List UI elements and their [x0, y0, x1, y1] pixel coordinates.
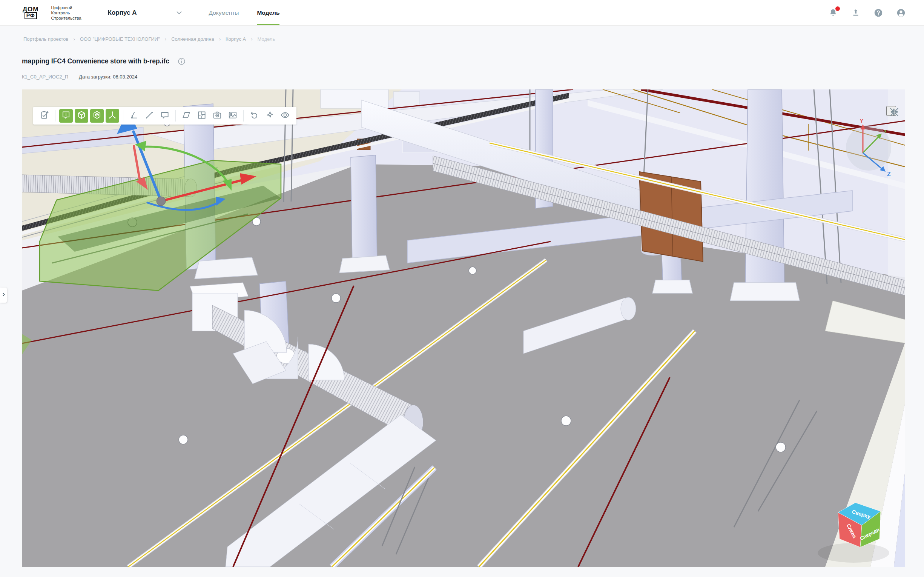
breadcrumb: Портфель проектов›ООО "ЦИФРОВЫЕ ТЕХНОЛОГ… — [23, 36, 275, 42]
breadcrumb-item-2[interactable]: Солнечная долина — [171, 36, 214, 42]
angle-measure-icon — [129, 110, 139, 121]
undo-icon — [249, 110, 259, 121]
axis-label-x: x — [884, 128, 887, 134]
breadcrumb-item-0[interactable]: Портфель проектов — [23, 36, 68, 42]
toolbar-comment-button[interactable] — [158, 109, 172, 122]
breadcrumb-separator: › — [73, 36, 75, 42]
length-measure-icon — [145, 110, 154, 121]
logo-line2: РФ — [24, 12, 37, 19]
toolbar-length-measure-button[interactable] — [143, 109, 156, 122]
toolbar-axes-tripod-button[interactable] — [106, 109, 119, 122]
floorplan-icon — [197, 110, 207, 121]
chevron-down-icon — [175, 9, 183, 17]
project-selector-label: Корпус А — [108, 9, 137, 17]
magic-wand-icon — [265, 110, 275, 121]
notifications-bell-icon[interactable] — [828, 8, 838, 18]
info-icon[interactable] — [178, 57, 186, 65]
tab-model[interactable]: Модель — [257, 0, 280, 25]
account-icon[interactable] — [896, 8, 906, 18]
help-icon[interactable] — [873, 8, 883, 18]
logo-line1: ДОМ — [22, 6, 39, 12]
chevron-right-icon — [1, 292, 6, 298]
image-icon — [228, 110, 238, 121]
visibility-eye-icon — [280, 110, 290, 121]
toolbar-divider — [243, 110, 244, 121]
tab-documents[interactable]: Документы — [209, 0, 239, 25]
clipboard-tasks-icon — [40, 110, 50, 121]
info-properties-icon — [61, 110, 71, 121]
toolbar-angle-measure-button[interactable] — [127, 109, 141, 122]
project-selector[interactable]: Корпус А — [108, 9, 183, 17]
model-code: К1_С0_АР_ИОС2_П — [22, 74, 68, 80]
cube-view-icon — [77, 110, 86, 121]
toolbar-undo-button[interactable] — [247, 109, 261, 122]
toolbar-clipboard-tasks-button[interactable] — [38, 109, 51, 122]
brand-subtitle-line: Контроль — [51, 10, 82, 16]
app-header: ДОМ РФ Цифровой Контроль Строительства К… — [0, 0, 924, 26]
toolbar-floorplan-button[interactable] — [195, 109, 209, 122]
upload-icon[interactable] — [851, 8, 861, 18]
viewer-toolbar — [33, 107, 296, 124]
logo-divider — [45, 5, 45, 21]
section-plane-icon — [182, 110, 191, 121]
toolbar-divider — [55, 110, 55, 121]
page-title: mapping IFC4 Convenience store with b-re… — [22, 57, 169, 65]
comment-icon — [160, 110, 170, 121]
upload-date: Дата загрузки: 06.03.2024 — [79, 74, 137, 80]
camera-icon — [212, 110, 222, 121]
toolbar-divider — [123, 110, 123, 121]
left-panel-expander[interactable] — [0, 288, 7, 303]
brand-subtitle-line: Цифровой — [51, 5, 82, 10]
toolbar-image-button[interactable] — [226, 109, 239, 122]
model-scene-canvas[interactable]: Y x Z Сверху Слева Спереди — [22, 89, 905, 567]
breadcrumb-item-1[interactable]: ООО "ЦИФРОВЫЕ ТЕХНОЛОГИИ" — [80, 36, 160, 42]
brand-subtitle: Цифровой Контроль Строительства — [51, 5, 82, 21]
header-actions — [828, 8, 906, 18]
model-viewport[interactable]: Y x Z Сверху Слева Спереди — [22, 89, 905, 567]
notification-dot — [836, 6, 840, 11]
breadcrumb-item-3[interactable]: Корпус А — [225, 36, 246, 42]
toolbar-divider — [175, 110, 176, 121]
breadcrumb-separator: › — [165, 36, 166, 42]
domrf-logo[interactable]: ДОМ РФ — [22, 6, 39, 19]
breadcrumb-item-4: Модель — [257, 36, 275, 42]
toolbar-cube-view-button[interactable] — [75, 109, 88, 122]
toolbar-section-plane-button[interactable] — [180, 109, 193, 122]
collapse-viewport-button[interactable] — [886, 106, 896, 116]
toolbar-camera-button[interactable] — [211, 109, 224, 122]
breadcrumb-separator: › — [251, 36, 252, 42]
axis-label-z: Z — [887, 171, 891, 177]
cube-section-icon — [92, 110, 102, 121]
collapse-arrows-icon — [889, 113, 899, 118]
toolbar-info-properties-button[interactable] — [59, 109, 73, 122]
toolbar-magic-wand-button[interactable] — [263, 109, 276, 122]
brand-subtitle-line: Строительства — [51, 16, 82, 21]
breadcrumb-separator: › — [219, 36, 221, 42]
axes-tripod-icon — [108, 110, 117, 121]
main-tabs: ДокументыМодель — [209, 0, 280, 25]
axis-label-y: Y — [860, 118, 863, 124]
toolbar-cube-section-button[interactable] — [90, 109, 104, 122]
toolbar-visibility-eye-button[interactable] — [278, 109, 292, 122]
